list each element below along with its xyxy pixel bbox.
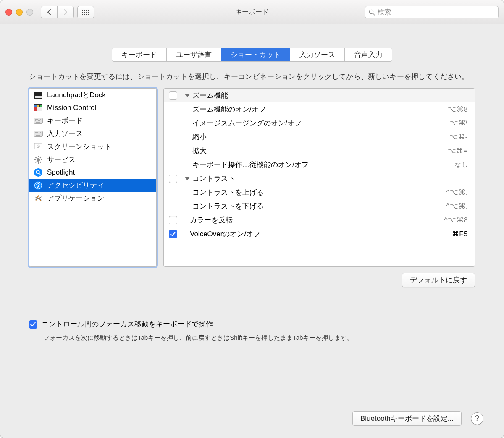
svg-rect-22 (35, 132, 36, 133)
category-screenshots[interactable]: スクリーンショット (29, 140, 156, 153)
tab-shortcuts[interactable]: ショートカット (221, 48, 290, 61)
group-label: ズーム機能 (192, 91, 228, 100)
svg-rect-19 (39, 120, 40, 121)
shortcut-row[interactable]: コントラストを下げる^⌥⌘, (164, 199, 475, 213)
tab-user-dictionary[interactable]: ユーザ辞書 (167, 48, 221, 61)
shortcut-row[interactable]: コントラストを上げる^⌥⌘. (164, 185, 475, 199)
zoom-window-icon (26, 9, 33, 16)
svg-rect-24 (37, 132, 38, 133)
panels: LaunchpadとDock Mission Control キーボード (29, 88, 475, 267)
tab-bar: キーボード ユーザ辞書 ショートカット 入力ソース 音声入力 (112, 48, 392, 62)
help-button[interactable]: ? (471, 412, 483, 425)
svg-rect-9 (37, 107, 42, 111)
forward-button[interactable] (58, 6, 74, 18)
launchpad-icon (34, 91, 43, 100)
svg-rect-23 (36, 132, 37, 133)
category-label: サービス (47, 155, 76, 164)
shortcut-keys[interactable]: ⌘F5 (452, 229, 468, 238)
svg-rect-27 (36, 135, 40, 136)
checkbox[interactable] (169, 175, 177, 183)
shortcut-label: キーボード操作…従機能のオン/オフ (192, 160, 309, 169)
svg-rect-6 (37, 105, 39, 107)
tab-input-sources[interactable]: 入力ソース (290, 48, 345, 61)
shortcut-keys[interactable]: ^⌥⌘. (446, 188, 468, 197)
screenshot-icon (34, 142, 43, 151)
disclosure-triangle-icon[interactable] (185, 94, 190, 97)
preferences-window: キーボード 検索 キーボード ユーザ辞書 ショートカット 入力ソース 音声入力 … (0, 0, 504, 438)
svg-rect-14 (39, 119, 39, 120)
help-icon: ? (475, 414, 479, 423)
shortcut-keys[interactable]: ⌥⌘8 (448, 105, 468, 114)
category-launchpad-dock[interactable]: LaunchpadとDock (29, 89, 156, 102)
category-list[interactable]: LaunchpadとDock Mission Control キーボード (29, 88, 157, 267)
category-services[interactable]: サービス (29, 153, 156, 166)
category-label: 入力ソース (47, 129, 83, 138)
disclosure-triangle-icon[interactable] (185, 177, 190, 180)
minimize-window-icon[interactable] (16, 9, 23, 16)
category-label: Mission Control (47, 104, 96, 112)
footer: Bluetoothキーボードを設定... ? (352, 411, 483, 426)
tab-keyboard[interactable]: キーボード (112, 48, 167, 61)
group-contrast[interactable]: コントラスト (164, 172, 475, 185)
svg-line-39 (36, 162, 37, 162)
mission-control-icon (34, 103, 43, 112)
checkbox[interactable] (169, 216, 177, 224)
category-input-sources[interactable]: 入力ソース (29, 127, 156, 140)
search-placeholder: 検索 (378, 8, 391, 17)
accessibility-icon (34, 181, 43, 190)
services-icon (34, 155, 43, 164)
row-invert-colors[interactable]: カラーを反転 ^⌥⌘8 (164, 213, 475, 227)
category-accessibility[interactable]: アクセシビリティ (29, 179, 156, 192)
svg-rect-13 (37, 119, 38, 120)
svg-rect-3 (35, 96, 42, 98)
svg-rect-8 (34, 107, 37, 111)
shortcut-keys[interactable]: ^⌥⌘8 (444, 216, 468, 224)
shortcut-keys[interactable]: なし (455, 161, 468, 169)
checkbox[interactable] (169, 91, 177, 100)
spotlight-icon (34, 168, 43, 177)
svg-point-40 (34, 168, 42, 177)
show-all-button[interactable] (77, 6, 94, 18)
shortcut-row[interactable]: キーボード操作…従機能のオン/オフなし (164, 158, 475, 172)
category-label: Spotlight (47, 168, 75, 177)
close-window-icon[interactable] (5, 9, 12, 16)
svg-rect-16 (35, 120, 36, 121)
shortcut-row[interactable]: 縮小⌥⌘- (164, 130, 475, 144)
content-body: キーボード ユーザ辞書 ショートカット 入力ソース 音声入力 ショートカットを変… (0, 24, 504, 342)
tab-dictation[interactable]: 音声入力 (345, 48, 392, 61)
search-field[interactable]: 検索 (365, 6, 499, 18)
svg-rect-15 (40, 119, 41, 120)
shortcut-row[interactable]: ズーム機能のオン/オフ⌥⌘8 (164, 102, 475, 116)
shortcut-row[interactable]: イメージスムージングのオン/オフ⌥⌘\ (164, 116, 475, 130)
shortcut-row[interactable]: 拡大⌥⌘= (164, 144, 475, 158)
category-label: アクセシビリティ (47, 180, 104, 190)
row-voiceover[interactable]: VoiceOverのオン/オフ ⌘F5 (164, 227, 475, 241)
search-icon (369, 9, 375, 16)
group-zoom[interactable]: ズーム機能 (164, 89, 475, 102)
nav-buttons (41, 6, 74, 18)
shortcut-keys[interactable]: ⌥⌘= (448, 146, 468, 155)
shortcut-keys[interactable]: ⌥⌘- (449, 133, 468, 141)
back-button[interactable] (41, 6, 58, 18)
checkbox[interactable] (29, 320, 37, 328)
shortcut-list[interactable]: ズーム機能 ズーム機能のオン/オフ⌥⌘8 イメージスムージングのオン/オフ⌥⌘\… (163, 88, 475, 267)
category-mission-control[interactable]: Mission Control (29, 102, 156, 114)
shortcut-keys[interactable]: ^⌥⌘, (446, 202, 468, 211)
category-app-shortcuts[interactable]: アプリケーション (29, 192, 156, 205)
svg-line-1 (373, 13, 375, 15)
svg-rect-25 (39, 132, 39, 133)
category-label: キーボード (47, 116, 83, 125)
applications-icon (34, 194, 43, 203)
category-keyboard[interactable]: キーボード (29, 114, 156, 127)
category-spotlight[interactable]: Spotlight (29, 166, 156, 179)
restore-defaults-button[interactable]: デフォルトに戻す (402, 273, 475, 287)
shortcut-label: VoiceOverのオン/オフ (190, 229, 260, 239)
svg-line-38 (40, 157, 41, 158)
svg-rect-26 (40, 132, 41, 133)
shortcut-keys[interactable]: ⌥⌘\ (450, 119, 468, 128)
input-sources-icon (34, 129, 43, 138)
category-label: スクリーンショット (47, 142, 111, 151)
shortcut-label: 縮小 (192, 132, 207, 142)
bluetooth-keyboard-button[interactable]: Bluetoothキーボードを設定... (352, 411, 462, 426)
checkbox[interactable] (169, 230, 177, 238)
